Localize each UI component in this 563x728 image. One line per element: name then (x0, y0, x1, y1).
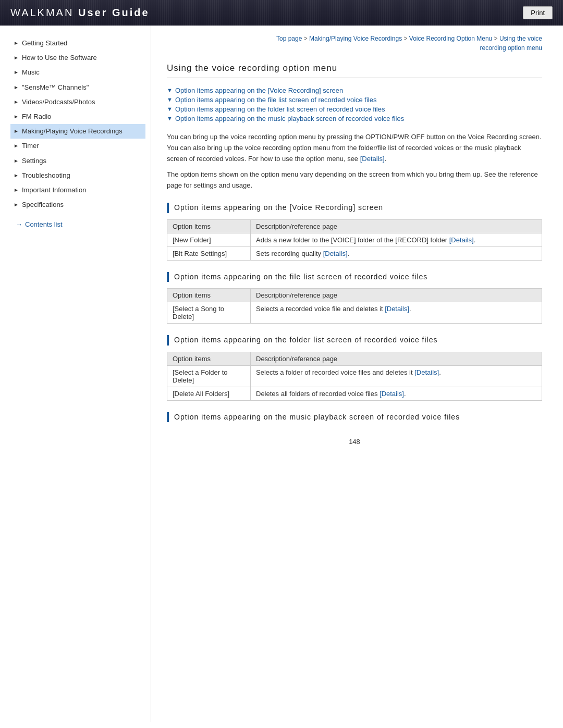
table-row: [Select a Folder to Delete] Selects a fo… (167, 365, 542, 387)
table-cell-option: [Select a Folder to Delete] (167, 365, 251, 387)
arrow-icon: ► (14, 54, 19, 61)
body-paragraph-2: The option items shown on the option men… (167, 169, 542, 191)
breadcrumb-option-menu[interactable]: Voice Recording Option Menu (409, 35, 492, 42)
table-col-header-desc: Description/reference page (251, 219, 542, 233)
triangle-icon: ▼ (167, 115, 173, 121)
sidebar-item-videos[interactable]: ► Videos/Podcasts/Photos (10, 95, 145, 109)
sidebar-item-label: Settings (22, 156, 46, 166)
table-section3: Option items Description/reference page … (167, 352, 542, 401)
sidebar-item-label: Troubleshooting (22, 171, 70, 180)
breadcrumb-using-voice[interactable]: Using the voice (499, 35, 542, 42)
table-col-header-option: Option items (167, 289, 251, 302)
sidebar-item-settings[interactable]: ► Settings (10, 154, 145, 168)
arrow-icon: ► (14, 69, 19, 76)
table-row: [Select a Song to Delete] Selects a reco… (167, 302, 542, 324)
sidebar-item-making-playing[interactable]: ► Making/Playing Voice Recordings (10, 124, 145, 139)
sidebar-item-important-info[interactable]: ► Important Information (10, 183, 145, 198)
page-number: 148 (167, 438, 542, 446)
page-title: Using the voice recording option menu (167, 63, 542, 78)
table-col-header-option: Option items (167, 219, 251, 233)
table-cell-option: [Bit Rate Settings] (167, 246, 251, 260)
table-cell-desc: Selects a recorded voice file and delete… (251, 302, 542, 324)
arrow-icon: ► (14, 40, 19, 47)
app-title: WALKMAN User Guide (10, 7, 150, 19)
sidebar-item-fm-radio[interactable]: ► FM Radio (10, 109, 145, 124)
sidebar-item-sensme[interactable]: ► "SensMe™ Channels" (10, 80, 145, 95)
breadcrumb-recording-option-menu[interactable]: recording option menu (480, 44, 542, 52)
table-col-header-desc: Description/reference page (251, 289, 542, 302)
table-section2: Option items Description/reference page … (167, 288, 542, 324)
breadcrumb-making-playing[interactable]: Making/Playing Voice Recordings (309, 35, 402, 42)
toc-list: ▼ Option items appearing on the [Voice R… (167, 87, 542, 122)
sidebar-item-how-to-use[interactable]: ► How to Use the Software (10, 51, 145, 65)
table-col-header-desc: Description/reference page (251, 352, 542, 365)
arrow-icon: ► (14, 157, 19, 165)
main-layout: ► Getting Started ► How to Use the Softw… (0, 26, 563, 722)
table-col-header-option: Option items (167, 352, 251, 365)
sidebar-item-label: How to Use the Software (22, 53, 97, 63)
sidebar-item-label: Important Information (22, 186, 87, 195)
arrow-icon: ► (14, 98, 19, 106)
table-cell-desc: Deletes all folders of recorded voice fi… (251, 387, 542, 400)
contents-list-link[interactable]: Contents list (10, 220, 145, 228)
sidebar-item-label: Making/Playing Voice Recordings (22, 127, 123, 136)
section-heading-2: Option items appearing on the file list … (167, 272, 542, 282)
details-link[interactable]: [Details] (414, 368, 439, 376)
sidebar-item-label: Getting Started (22, 39, 67, 48)
sidebar-item-music[interactable]: ► Music (10, 65, 145, 80)
toc-item-4[interactable]: ▼ Option items appearing on the music pl… (167, 115, 542, 122)
content-area: Top page > Making/Playing Voice Recordin… (151, 26, 563, 722)
toc-item-3[interactable]: ▼ Option items appearing on the folder l… (167, 105, 542, 113)
table-cell-desc: Adds a new folder to the [VOICE] folder … (251, 233, 542, 246)
toc-item-1[interactable]: ▼ Option items appearing on the [Voice R… (167, 87, 542, 94)
table-row: [Delete All Folders] Deletes all folders… (167, 387, 542, 400)
arrow-icon: ► (14, 128, 19, 135)
table-cell-option: [Delete All Folders] (167, 387, 251, 400)
sidebar-item-getting-started[interactable]: ► Getting Started (10, 36, 145, 51)
breadcrumb-top[interactable]: Top page (276, 35, 302, 42)
table-cell-desc: Selects a folder of recorded voice files… (251, 365, 542, 387)
arrow-icon: ► (14, 187, 19, 194)
details-link[interactable]: [Details] (449, 236, 474, 244)
arrow-icon: ► (14, 84, 19, 91)
triangle-icon: ▼ (167, 106, 173, 112)
sidebar-item-label: Specifications (22, 200, 64, 209)
details-link-1[interactable]: [Details] (360, 155, 385, 163)
sidebar-item-troubleshooting[interactable]: ► Troubleshooting (10, 168, 145, 183)
sidebar-item-specifications[interactable]: ► Specifications (10, 198, 145, 212)
table-cell-option: [Select a Song to Delete] (167, 302, 251, 324)
sidebar-item-label: Videos/Podcasts/Photos (22, 97, 95, 107)
sidebar-item-label: FM Radio (22, 112, 51, 121)
arrow-icon: ► (14, 172, 19, 179)
header: WALKMAN User Guide Print (0, 0, 563, 26)
arrow-icon: ► (14, 113, 19, 120)
triangle-icon: ▼ (167, 87, 173, 93)
toc-item-2[interactable]: ▼ Option items appearing on the file lis… (167, 96, 542, 104)
table-cell-desc: Sets recording quality [Details]. (251, 246, 542, 260)
section-heading-4: Option items appearing on the music play… (167, 412, 542, 423)
section-heading-3: Option items appearing on the folder lis… (167, 335, 542, 346)
table-row: [New Folder] Adds a new folder to the [V… (167, 233, 542, 246)
breadcrumb: Top page > Making/Playing Voice Recordin… (167, 34, 542, 53)
details-link[interactable]: [Details] (380, 390, 404, 398)
print-button[interactable]: Print (523, 6, 553, 19)
sidebar: ► Getting Started ► How to Use the Softw… (0, 26, 151, 722)
arrow-icon: ► (14, 201, 19, 208)
table-row: [Bit Rate Settings] Sets recording quali… (167, 246, 542, 260)
details-link[interactable]: [Details] (385, 305, 409, 313)
triangle-icon: ▼ (167, 96, 173, 103)
table-cell-option: [New Folder] (167, 233, 251, 246)
sidebar-item-label: Timer (22, 141, 39, 151)
section-heading-1: Option items appearing on the [Voice Rec… (167, 203, 542, 213)
details-link[interactable]: [Details] (323, 250, 348, 257)
sidebar-item-label: "SensMe™ Channels" (22, 83, 89, 92)
sidebar-item-label: Music (22, 68, 40, 77)
body-paragraph-1: You can bring up the voice recording opt… (167, 132, 542, 164)
table-section1: Option items Description/reference page … (167, 219, 542, 261)
arrow-icon: ► (14, 142, 19, 150)
sidebar-item-timer[interactable]: ► Timer (10, 139, 145, 153)
